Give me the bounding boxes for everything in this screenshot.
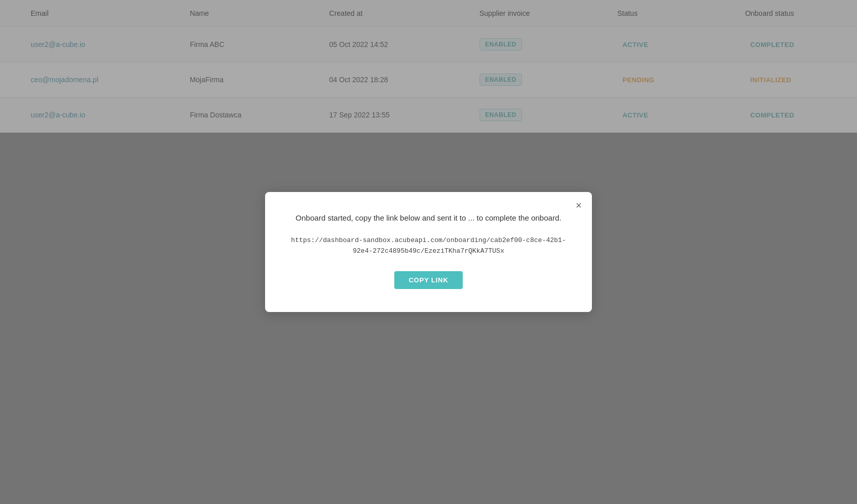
modal-link-text: https://dashboard-sandbox.acubeapi.com/o…	[291, 235, 566, 257]
copy-link-button[interactable]: COPY LINK	[394, 271, 463, 289]
page-wrapper: Email Name Created at Supplier invoice S…	[0, 0, 857, 504]
modal-footer: COPY LINK	[291, 271, 566, 289]
modal-close-button[interactable]: ×	[576, 200, 582, 210]
modal-message: Onboard started, copy the link below and…	[291, 212, 566, 224]
modal: × Onboard started, copy the link below a…	[265, 192, 592, 311]
modal-overlay: × Onboard started, copy the link below a…	[0, 0, 857, 504]
